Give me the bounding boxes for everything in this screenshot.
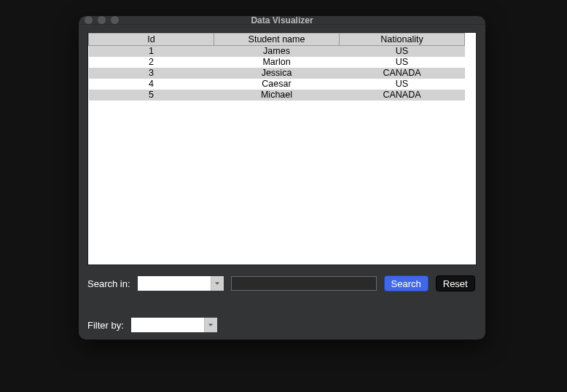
search-row: Search in: Search Reset [87, 275, 477, 291]
cell-id: 3 [89, 68, 214, 79]
cell-id: 1 [89, 46, 214, 58]
cell-id: 5 [89, 90, 214, 101]
cell-nat: CANADA [340, 90, 465, 101]
cell-nat: CANADA [340, 68, 465, 79]
table-header-row: Id Student name Nationality [89, 34, 465, 46]
window-title: Data Visualizer [79, 15, 485, 26]
chevron-down-icon [204, 318, 217, 332]
table-row[interactable]: 4 Caesar US [89, 79, 465, 90]
window-content: Id Student name Nationality 1 James US 2… [79, 25, 485, 341]
data-table: Id Student name Nationality 1 James US 2… [88, 33, 465, 101]
col-nationality[interactable]: Nationality [340, 34, 465, 46]
col-student-name[interactable]: Student name [214, 34, 340, 46]
cell-name: Jessica [214, 68, 340, 79]
search-button[interactable]: Search [384, 275, 429, 291]
table-row[interactable]: 5 Michael CANADA [89, 90, 465, 101]
filter-by-label: Filter by: [87, 320, 124, 331]
table-row[interactable]: 1 James US [89, 46, 465, 58]
reset-button[interactable]: Reset [436, 275, 475, 291]
cell-id: 4 [89, 79, 214, 90]
cell-name: James [214, 46, 340, 58]
cell-name: Caesar [214, 79, 340, 90]
cell-nat: US [340, 79, 465, 90]
cell-id: 2 [89, 57, 214, 68]
filter-by-select[interactable] [131, 318, 217, 332]
table-row[interactable]: 3 Jessica CANADA [89, 68, 465, 79]
chevron-down-icon [211, 276, 224, 291]
search-input[interactable] [231, 276, 377, 291]
search-in-label: Search in: [87, 278, 130, 289]
data-table-container: Id Student name Nationality 1 James US 2… [87, 32, 477, 265]
cell-nat: US [340, 57, 465, 68]
table-row[interactable]: 2 Marlon US [89, 57, 465, 68]
filter-row: Filter by: [87, 318, 477, 332]
scrollbar[interactable] [465, 33, 476, 264]
search-in-select[interactable] [138, 276, 224, 291]
app-window: Data Visualizer Id Student name National… [79, 16, 485, 340]
cell-nat: US [340, 46, 465, 58]
cell-name: Marlon [214, 57, 340, 68]
titlebar: Data Visualizer [79, 16, 485, 25]
col-id[interactable]: Id [89, 34, 214, 46]
cell-name: Michael [214, 90, 340, 101]
